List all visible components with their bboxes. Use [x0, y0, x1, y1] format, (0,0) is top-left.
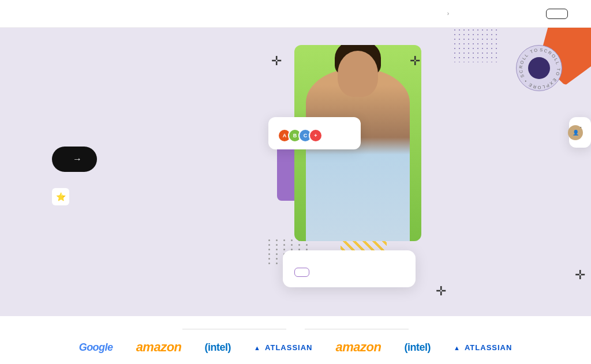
hero-right-visuals: ✛ ✛ ✛ ✛ const gd = document.querySelecto… — [265, 28, 591, 316]
brands-title-row — [23, 329, 568, 329]
plus-decoration-1: ✛ — [271, 54, 282, 69]
brands-logos: Google amazon (intel) ▲ ATLASSIAN amazon… — [79, 340, 513, 355]
plus-decoration-4: ✛ — [436, 284, 446, 299]
avatar-row: A B C + — [278, 129, 351, 142]
star-icon: ⭐ — [52, 188, 69, 205]
chevron-icon: › — [447, 10, 449, 17]
person-body — [306, 68, 410, 241]
nav-item-start-here[interactable]: › — [440, 8, 454, 19]
brand-google: Google — [79, 342, 113, 354]
nav-item-blog[interactable] — [521, 12, 530, 16]
nav-item-faq[interactable] — [508, 12, 517, 16]
brand-amazon-1: amazon — [136, 340, 182, 355]
atlassian-prefix-1: ▲ — [254, 344, 261, 351]
atlassian-prefix-2: ▲ — [454, 344, 461, 351]
rating-row: ⭐ — [52, 188, 265, 205]
discount-card — [283, 250, 416, 287]
book-appointment-button[interactable] — [294, 268, 309, 277]
plus-decoration-3: ✛ — [575, 268, 585, 283]
hero-section: → ⭐ ✛ ✛ ✛ ✛ — [0, 28, 591, 316]
nav-item-about[interactable] — [470, 12, 479, 16]
plus-decoration-2: ✛ — [410, 54, 420, 69]
scroll-circle: SCROLL TO EXPLORE • SCROLL TO EXPLORE • — [516, 45, 562, 91]
nav-item-pricing[interactable] — [495, 12, 504, 16]
navbar: › — [0, 0, 591, 28]
brand-intel-2: (intel) — [404, 342, 431, 354]
arrow-icon: → — [73, 154, 82, 164]
testimonial-card: 👤 " — [569, 117, 591, 148]
nav-links: › — [440, 8, 568, 19]
svg-text:SCROLL TO EXPLORE • SCROLL TO : SCROLL TO EXPLORE • SCROLL TO EXPLORE • — [517, 46, 561, 90]
nav-item-contact[interactable] — [533, 12, 543, 16]
avatar-more: + — [309, 129, 323, 142]
brand-amazon-2: amazon — [336, 340, 381, 355]
nav-item-services[interactable] — [482, 12, 492, 16]
brands-section: Google amazon (intel) ▲ ATLASSIAN amazon… — [0, 316, 591, 364]
hero-title — [52, 71, 265, 129]
hero-left-content: → ⭐ — [0, 28, 265, 205]
brands-line-left — [182, 329, 286, 329]
brand-atlassian-2: ▲ ATLASSIAN — [454, 343, 512, 352]
buy-template-button[interactable] — [546, 9, 568, 19]
brands-line-right — [305, 329, 409, 329]
cta-row: → — [52, 147, 265, 172]
testimonial-avatar: 👤 — [568, 125, 583, 140]
customers-card: A B C + — [268, 117, 361, 149]
person-head — [338, 51, 378, 97]
discount-row — [294, 268, 404, 277]
get-started-button[interactable]: → — [52, 147, 97, 172]
nav-item-home[interactable] — [457, 12, 466, 16]
brand-intel-1: (intel) — [205, 342, 231, 354]
brand-atlassian-1: ▲ ATLASSIAN — [254, 343, 312, 352]
